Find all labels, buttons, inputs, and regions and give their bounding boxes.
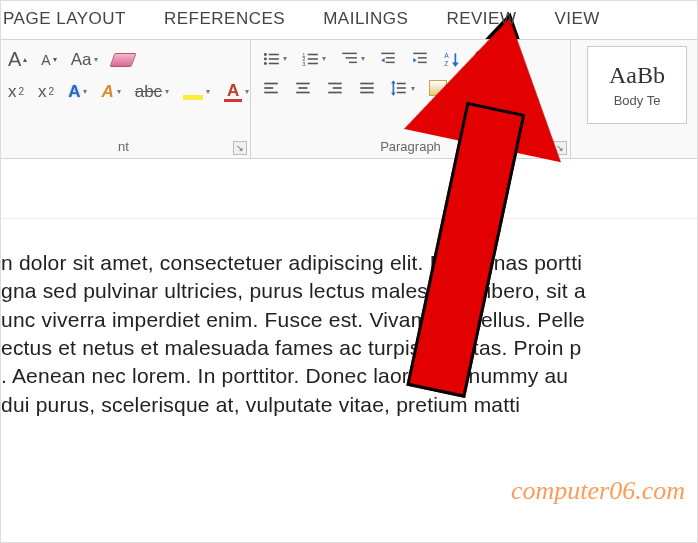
indent-icon [411, 50, 429, 68]
svg-point-0 [264, 53, 267, 56]
svg-marker-26 [452, 62, 459, 67]
bullets-icon [262, 50, 280, 68]
highlight-color-button[interactable]: ▾ [180, 81, 213, 102]
char-shading-button[interactable]: A▾ [98, 80, 123, 104]
align-right-icon [326, 79, 344, 97]
svg-text:Z: Z [444, 59, 448, 66]
group-paragraph: ▾ 123▾ ▾ AZ ¶ [251, 40, 571, 158]
clear-formatting-button[interactable] [109, 51, 137, 69]
ribbon-tab-strip: PAGE LAYOUT REFERENCES MAILINGS REVIEW V… [1, 1, 697, 39]
shading-button[interactable]: ▾ [426, 78, 457, 98]
svg-text:3: 3 [302, 60, 305, 66]
font-dialog-launcher[interactable]: ↘ [233, 141, 247, 155]
numbering-button[interactable]: 123▾ [298, 48, 329, 70]
superscript-button[interactable]: x2 [35, 80, 57, 104]
svg-marker-22 [413, 57, 416, 62]
outdent-icon [379, 50, 397, 68]
font-color-button[interactable]: A ▾ [221, 79, 252, 104]
group-font: A▴ A▾ Aa▾ x2 x2 A▾ A▾ abc▾ ▾ A [1, 40, 251, 158]
doc-line: dui purus, scelerisque at, vulputate vit… [1, 391, 697, 419]
borders-button[interactable]: ▾ [465, 79, 494, 97]
doc-line: ectus et netus et malesuada fames ac tur… [1, 334, 697, 362]
tab-page-layout[interactable]: PAGE LAYOUT [1, 9, 126, 29]
tab-view[interactable]: VIEW [554, 9, 599, 29]
sort-button[interactable]: AZ [440, 48, 464, 70]
svg-point-2 [264, 57, 267, 60]
watermark-text: computer06.com [511, 476, 685, 506]
borders-icon [468, 81, 484, 95]
line-spacing-icon [390, 79, 408, 97]
highlight-icon [183, 95, 203, 100]
multilevel-icon [340, 50, 358, 68]
style-preview-text: AaBb [588, 63, 686, 93]
style-gallery-item[interactable]: AaBb Body Te [587, 46, 687, 124]
svg-marker-43 [391, 80, 396, 83]
line-spacing-button[interactable]: ▾ [387, 77, 418, 99]
font-color-bar-icon [224, 99, 242, 102]
svg-marker-44 [391, 93, 396, 96]
bullets-button[interactable]: ▾ [259, 48, 290, 70]
text-effects-button[interactable]: A▾ [65, 80, 90, 104]
doc-line: unc viverra imperdiet enim. Fusce est. V… [1, 306, 697, 334]
ruler-area [1, 159, 697, 219]
group-styles: AaBb Body Te [571, 40, 697, 158]
doc-line: . Aenean nec lorem. In porttitor. Donec … [1, 362, 697, 390]
tab-mailings[interactable]: MAILINGS [323, 9, 408, 29]
tab-references[interactable]: REFERENCES [164, 9, 285, 29]
change-case-button[interactable]: Aa▾ [68, 48, 102, 72]
document-page[interactable]: n dolor sit amet, consectetuer adipiscin… [1, 219, 697, 419]
svg-marker-18 [381, 57, 384, 62]
align-right-button[interactable] [323, 77, 347, 99]
shrink-font-button[interactable]: A▾ [38, 50, 59, 70]
align-center-button[interactable] [291, 77, 315, 99]
style-name-text: Body Te [588, 93, 686, 108]
doc-line: gna sed pulvinar ultricies, purus lectus… [1, 277, 697, 305]
ribbon-body: A▴ A▾ Aa▾ x2 x2 A▾ A▾ abc▾ ▾ A [1, 39, 697, 159]
justify-icon [358, 79, 376, 97]
tab-review[interactable]: REVIEW [446, 9, 516, 29]
sort-icon: AZ [443, 50, 461, 68]
grow-font-button[interactable]: A▴ [5, 46, 30, 73]
align-left-button[interactable] [259, 77, 283, 99]
align-left-icon [262, 79, 280, 97]
decrease-indent-button[interactable] [376, 48, 400, 70]
justify-button[interactable] [355, 77, 379, 99]
subscript-button[interactable]: x2 [5, 80, 27, 104]
svg-point-4 [264, 62, 267, 65]
numbering-icon: 123 [301, 50, 319, 68]
svg-text:A: A [444, 51, 449, 58]
group-label-font: nt [5, 139, 242, 156]
strikethrough-button[interactable]: abc▾ [132, 80, 172, 104]
eraser-icon [110, 53, 137, 67]
increase-indent-button[interactable] [408, 48, 432, 70]
align-center-icon [294, 79, 312, 97]
multilevel-list-button[interactable]: ▾ [337, 48, 368, 70]
show-marks-button[interactable]: ¶ [472, 46, 488, 71]
shading-icon [429, 80, 447, 96]
group-label-paragraph: Paragraph [259, 139, 562, 156]
doc-line: n dolor sit amet, consectetuer adipiscin… [1, 249, 697, 277]
paragraph-dialog-launcher[interactable]: ↘ [553, 141, 567, 155]
